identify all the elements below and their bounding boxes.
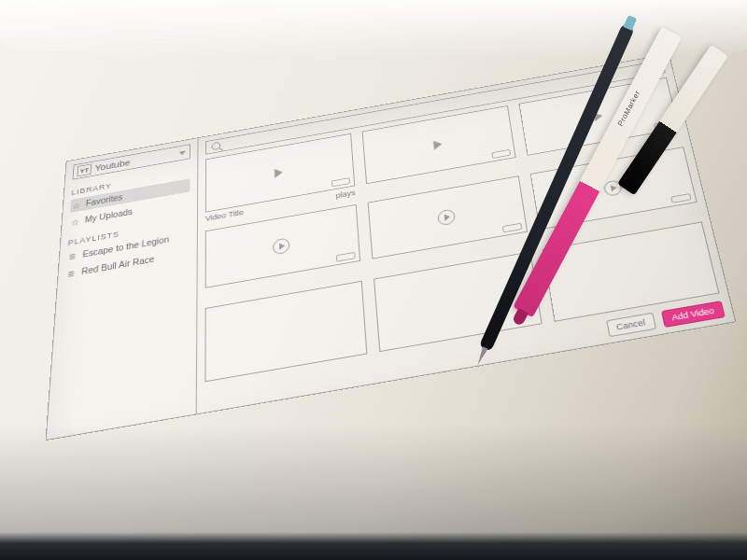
sketchbook-page: YT Youtube LIBRARY Favorites My Uploads …: [0, 0, 747, 560]
duration-badge: [502, 223, 523, 233]
page-curl-top: [0, 0, 747, 65]
youtube-logo-icon: YT: [77, 163, 92, 176]
search-icon: [212, 142, 221, 151]
add-video-button[interactable]: Add Video: [661, 301, 726, 328]
play-icon: [437, 208, 456, 226]
video-grid: Video Title plays: [204, 77, 719, 383]
video-plays: plays: [335, 189, 355, 200]
sidebar: YT Youtube LIBRARY Favorites My Uploads …: [47, 138, 199, 440]
star-icon: [71, 217, 80, 226]
play-icon: [275, 167, 283, 177]
play-icon: [273, 237, 290, 255]
sidebar-item-label: My Uploads: [84, 207, 133, 224]
sidebar-item-label: Favorites: [86, 193, 123, 208]
source-name: Youtube: [94, 158, 130, 173]
star-icon: [72, 201, 81, 210]
main-panel: Video Title plays: [197, 54, 735, 413]
list-icon: [68, 251, 78, 260]
chevron-down-icon: [179, 150, 187, 155]
duration-badge: [670, 193, 691, 203]
duration-badge: [336, 252, 356, 262]
duration-badge: [492, 149, 512, 159]
duration-badge: [331, 177, 350, 187]
cancel-button[interactable]: Cancel: [606, 313, 656, 337]
sketchbook-binding: [0, 532, 747, 560]
play-icon: [433, 139, 443, 149]
list-icon: [67, 269, 78, 279]
